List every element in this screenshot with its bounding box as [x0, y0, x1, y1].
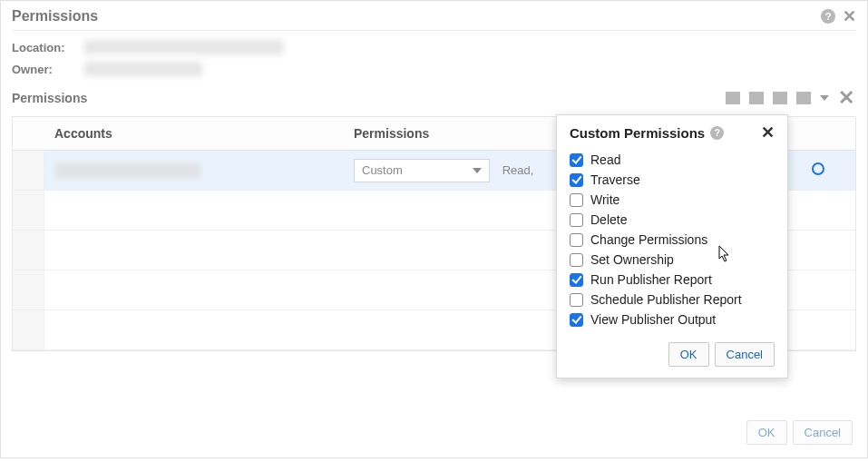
location-label: Location:	[12, 41, 84, 54]
toolbar-user-icon[interactable]	[796, 92, 811, 104]
checkbox-change-permissions[interactable]	[570, 233, 583, 247]
close-icon[interactable]: ✕	[843, 8, 856, 25]
perm-option-set-ownership[interactable]: Set Ownership	[570, 250, 775, 270]
panel-cancel-button[interactable]: Cancel	[793, 420, 853, 445]
row-handle[interactable]	[13, 231, 44, 270]
toolbar-remove-icon[interactable]: ✕	[838, 88, 854, 108]
toolbar-add-icon[interactable]	[726, 92, 740, 104]
checkbox-run-publisher-report[interactable]	[570, 273, 583, 287]
popup-close-icon[interactable]: ✕	[761, 124, 775, 141]
owner-radio[interactable]	[812, 162, 824, 175]
help-icon[interactable]: ?	[821, 9, 835, 24]
perm-option-change-permissions[interactable]: Change Permissions	[570, 230, 775, 250]
checkbox-traverse[interactable]	[570, 173, 583, 187]
perm-option-schedule-publisher-report[interactable]: Schedule Publisher Report	[570, 290, 775, 310]
popup-ok-button[interactable]: OK	[668, 342, 709, 367]
popup-cancel-button[interactable]: Cancel	[715, 342, 775, 367]
panel-title: Permissions	[12, 8, 98, 25]
permission-select-value: Custom	[362, 163, 403, 177]
help-icon[interactable]: ?	[710, 126, 724, 140]
location-value	[84, 40, 284, 54]
permission-preview: Read,	[502, 163, 534, 177]
panel-ok-button[interactable]: OK	[746, 420, 787, 445]
meta-section: Location: Owner:	[12, 31, 856, 87]
checkbox-read[interactable]	[570, 153, 583, 167]
perm-option-write[interactable]: Write	[570, 190, 775, 210]
col-accounts: Accounts	[44, 117, 343, 151]
checkbox-view-publisher-output[interactable]	[570, 313, 583, 327]
panel-header: Permissions ? ✕	[12, 8, 856, 31]
owner-label: Owner:	[12, 63, 84, 76]
checkbox-set-ownership[interactable]	[570, 253, 583, 267]
popup-title: Custom Permissions ?	[570, 125, 724, 141]
perm-option-run-publisher-report[interactable]: Run Publisher Report	[570, 270, 775, 290]
chevron-down-icon	[473, 168, 482, 173]
perm-option-delete[interactable]: Delete	[570, 210, 775, 230]
toolbar-copy-icon[interactable]	[773, 92, 787, 104]
row-handle[interactable]	[13, 151, 44, 191]
perm-option-read[interactable]: Read	[570, 150, 775, 170]
owner-value	[84, 62, 202, 76]
col-handle	[13, 117, 44, 151]
row-handle[interactable]	[13, 191, 44, 231]
perm-option-traverse[interactable]: Traverse	[570, 170, 775, 190]
account-name	[55, 162, 200, 179]
checkbox-delete[interactable]	[570, 213, 583, 227]
row-handle[interactable]	[13, 270, 44, 310]
toolbar-edit-icon[interactable]	[749, 92, 764, 104]
row-handle[interactable]	[13, 310, 44, 350]
permissions-toolbar: ✕	[12, 87, 856, 109]
toolbar-dropdown-caret-icon[interactable]	[820, 95, 829, 101]
panel-footer-buttons: OK Cancel	[746, 420, 853, 445]
custom-permissions-popup: Custom Permissions ? ✕ Read Traverse Wri…	[556, 114, 788, 378]
checkbox-schedule-publisher-report[interactable]	[570, 293, 583, 307]
perm-option-view-publisher-output[interactable]: View Publisher Output	[570, 310, 775, 329]
permission-select[interactable]: Custom	[354, 159, 490, 182]
checkbox-write[interactable]	[570, 193, 583, 207]
